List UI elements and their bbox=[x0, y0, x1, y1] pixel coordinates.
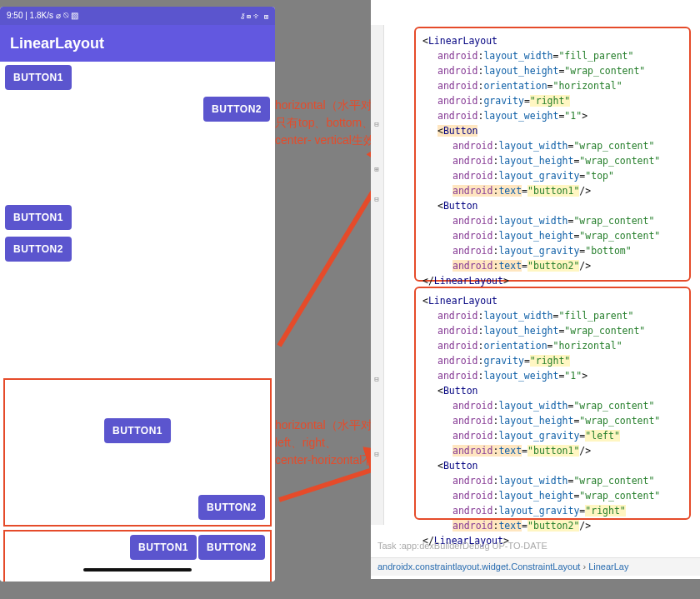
button2-pair[interactable]: BUTTON2 bbox=[198, 535, 265, 560]
code-gutter: ⊟ ⊞ ⊟ ⊟ ⊟ bbox=[371, 25, 384, 525]
fold-marker-icon[interactable]: ⊞ bbox=[372, 165, 381, 173]
button2-right[interactable]: BUTTON2 bbox=[198, 495, 265, 520]
fold-marker-icon[interactable]: ⊟ bbox=[372, 195, 381, 203]
phone-body: BUTTON1 BUTTON2 BUTTON1 BUTTON2 BUTTON1 … bbox=[0, 62, 275, 582]
attr-value: "fill_parent" bbox=[558, 50, 633, 62]
region-top-bottom: BUTTON1 BUTTON2 bbox=[0, 62, 275, 127]
status-bar: 9:50 | 1.8K/s ⌀ ⦰ ▧ ⚷ ⌧ ᯤ ▣ bbox=[0, 7, 275, 25]
status-left: 9:50 | 1.8K/s ⌀ ⦰ ▧ bbox=[7, 11, 78, 21]
fold-marker-icon[interactable]: ⊟ bbox=[372, 450, 381, 458]
button1-center[interactable]: BUTTON1 bbox=[104, 418, 171, 443]
status-right: ⚷ ⌧ ᯤ ▣ bbox=[241, 12, 268, 21]
app-bar-title: LinearLayout bbox=[10, 35, 104, 52]
code-panel: ⊟ ⊞ ⊟ ⊟ ⊟ <LinearLayoutandroid:layout_wi… bbox=[371, 0, 700, 579]
fold-marker-icon[interactable]: ⊟ bbox=[372, 375, 381, 383]
frame-demo-2: BUTTON1 BUTTON2 bbox=[3, 530, 272, 582]
button1-top[interactable]: BUTTON1 bbox=[5, 65, 72, 90]
button2-bottom[interactable]: BUTTON2 bbox=[203, 97, 270, 122]
xml-tag: Button bbox=[443, 125, 478, 137]
nav-bar bbox=[83, 568, 192, 572]
app-bar: LinearLayout bbox=[0, 25, 275, 62]
fold-marker-icon[interactable]: ⊟ bbox=[372, 120, 381, 128]
region-stacked: BUTTON1 BUTTON2 bbox=[0, 202, 275, 272]
phone-mockup: 9:50 | 1.8K/s ⌀ ⦰ ▧ ⚷ ⌧ ᯤ ▣ LinearLayout… bbox=[0, 7, 275, 582]
attr-prefix: android bbox=[438, 50, 478, 62]
breadcrumb-item[interactable]: androidx.constraintlayout.widget.Constra… bbox=[378, 562, 580, 572]
breadcrumb-item[interactable]: LinearLay bbox=[588, 562, 628, 572]
xml-tag: LinearLayout bbox=[428, 35, 498, 47]
button2-stack[interactable]: BUTTON2 bbox=[5, 237, 72, 262]
build-task-line: Task :app:dexBuilderDebug UP-TO-DATE bbox=[371, 537, 700, 554]
frame-demo-1: BUTTON1 BUTTON2 bbox=[3, 378, 272, 527]
xml-tag: LinearLayout bbox=[428, 295, 498, 307]
breadcrumb[interactable]: androidx.constraintlayout.widget.Constra… bbox=[371, 557, 700, 576]
attr-name: layout_width bbox=[483, 50, 552, 62]
code-block-2: <LinearLayoutandroid:layout_width="fill_… bbox=[414, 287, 691, 520]
button1-stack[interactable]: BUTTON1 bbox=[5, 205, 72, 230]
code-block-1: <LinearLayoutandroid:layout_width="fill_… bbox=[414, 27, 691, 282]
button1-pair[interactable]: BUTTON1 bbox=[130, 535, 197, 560]
